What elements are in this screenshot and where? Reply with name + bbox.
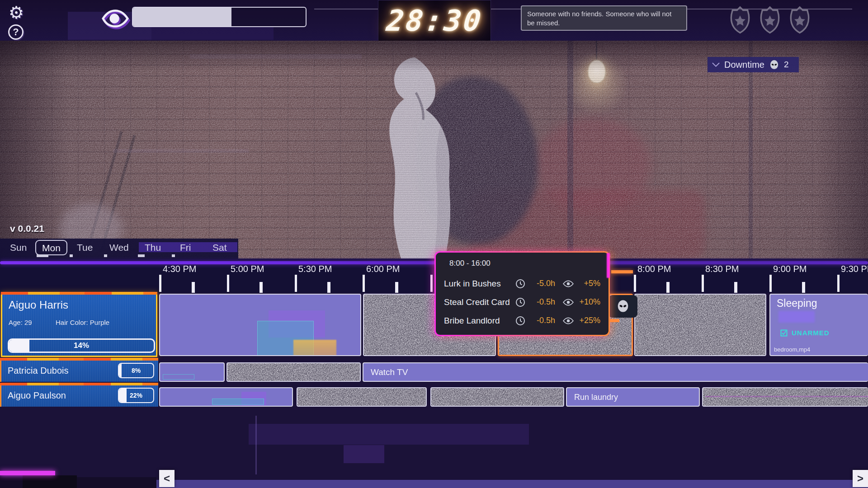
vignette <box>0 41 868 260</box>
character-card-aiguo-harris[interactable]: Aiguo Harris Age: 29 Hair Color: Purple … <box>1 293 157 357</box>
investigation-progress-pill: 22% <box>118 388 154 403</box>
clock-panel: 28:30 <box>378 0 491 42</box>
schedule-block-run-laundry[interactable]: Run laundry <box>566 387 700 407</box>
character-hair: Hair Color: Purple <box>56 319 109 326</box>
progress-label: 22% <box>119 389 153 402</box>
chevron-down-icon <box>712 62 720 67</box>
progress-label: 8% <box>119 364 153 377</box>
police-badge-icon <box>729 3 751 38</box>
tab-day-wed[interactable]: Wed <box>109 239 129 257</box>
downtime-label: Downtime <box>724 60 764 70</box>
popup-option-bribe-landlord[interactable]: Bribe Landlord -0.5h +25% <box>444 311 600 330</box>
character-card-patricia-dubois[interactable]: Patricia Dubois 8% <box>0 360 158 382</box>
eye-icon <box>561 280 575 287</box>
watch-progress-bar <box>132 7 307 27</box>
schedule-block-empty[interactable] <box>159 294 361 356</box>
character-card-aiguo-paulson[interactable]: Aiguo Paulson 22% <box>0 385 158 407</box>
popup-time-range: 8:00 - 16:00 <box>449 259 600 268</box>
time-tick-label: 6:00 PM <box>366 264 400 274</box>
timeline-prev-button[interactable]: < <box>159 470 175 487</box>
glitch-magenta-bar <box>0 471 55 475</box>
activity-label: Watch TV <box>371 367 408 377</box>
tab-day-sat[interactable]: Sat <box>212 239 227 257</box>
time-tick-label: 9:00 PM <box>773 264 807 274</box>
time-tick-label: 4:30 PM <box>163 264 196 274</box>
activity-label: Run laundry <box>574 392 618 402</box>
downtime-count: 2 <box>784 60 789 70</box>
schedule-block-watch-tv[interactable]: Watch TV <box>363 362 868 382</box>
character-name: Aiguo Paulson <box>8 385 66 407</box>
game-screen: ⚙ ? 28:30 Someone with no friends. Someo… <box>0 0 868 488</box>
schedule-block-empty[interactable] <box>159 387 293 407</box>
investigation-progress-bar: 14% <box>8 338 155 353</box>
popup-option-steal-credit-card[interactable]: Steal Credit Card -0.5h +10% <box>444 293 600 311</box>
character-name: Aiguo Harris <box>9 299 68 311</box>
schedule-block-static[interactable] <box>634 294 766 356</box>
schedule-block-empty[interactable] <box>159 362 225 382</box>
day-tab-bar: Sun Mon Tue Wed Thu Fri Sat <box>0 239 238 258</box>
sleeping-title: Sleeping <box>777 297 817 310</box>
settings-gear-icon[interactable]: ⚙ <box>6 3 26 23</box>
character-age: Age: 29 <box>9 319 32 326</box>
time-tick-label: 8:30 PM <box>705 264 739 274</box>
alien-badge <box>609 295 637 318</box>
downtime-dropdown[interactable]: Downtime 2 <box>708 57 799 72</box>
police-badge-icon <box>788 3 811 38</box>
eye-icon <box>101 8 129 29</box>
surveillance-view[interactable]: Downtime 2 v 0.0.21 <box>0 41 868 260</box>
clock-icon <box>514 316 527 326</box>
clock-icon <box>514 297 527 307</box>
character-name: Patricia Dubois <box>8 360 69 382</box>
checkbox-icon <box>780 329 788 337</box>
tab-day-mon[interactable]: Mon <box>35 240 67 255</box>
schedule-block-static[interactable] <box>702 387 868 407</box>
tab-day-fri[interactable]: Fri <box>180 239 191 257</box>
tab-day-tue[interactable]: Tue <box>77 239 93 257</box>
alien-icon <box>769 60 779 70</box>
time-tick-label: 5:00 PM <box>231 264 264 274</box>
watch-progress-fill <box>133 8 231 26</box>
alien-icon <box>616 300 630 313</box>
timeline-ruler[interactable]: 4:30 PM 5:00 PM 5:30 PM 6:00 PM 8:00 PM … <box>0 258 868 293</box>
camera-file-label: bedroom,mp4 <box>774 346 810 353</box>
activity-popup: 8:00 - 16:00 Lurk in Bushes -5.0h +5% St… <box>434 251 610 336</box>
time-tick-label: 8:00 PM <box>637 264 671 274</box>
progress-label: 14% <box>9 340 154 352</box>
unarmed-status: UNARMED <box>780 329 830 337</box>
investigation-progress-pill: 8% <box>118 363 154 378</box>
schedule-block-static[interactable] <box>226 362 361 382</box>
tab-day-sun[interactable]: Sun <box>10 239 27 257</box>
game-clock: 28:30 <box>385 4 484 38</box>
timeline-next-button[interactable]: > <box>853 470 868 487</box>
police-badge-icon <box>759 3 781 38</box>
schedule-block-static[interactable] <box>430 387 564 407</box>
police-badges <box>729 3 811 38</box>
status-message: Someone with no friends. Someone who wil… <box>521 5 687 31</box>
clock-icon <box>514 279 527 289</box>
top-bar: ⚙ ? 28:30 Someone with no friends. Someo… <box>0 0 868 42</box>
schedule-block-sleeping[interactable]: Sleeping UNARMED bedroom,mp4 <box>769 294 868 356</box>
eye-icon <box>561 317 575 324</box>
popup-option-lurk-in-bushes[interactable]: Lurk in Bushes -5.0h +5% <box>444 274 600 293</box>
version-label: v 0.0.21 <box>10 223 44 234</box>
tab-day-thu[interactable]: Thu <box>145 239 161 257</box>
time-tick-label: 9:30 PM <box>841 264 868 274</box>
help-icon[interactable]: ? <box>8 24 24 40</box>
time-tick-label: 5:30 PM <box>298 264 332 274</box>
schedule-block-static[interactable] <box>297 387 427 407</box>
eye-icon <box>561 299 575 306</box>
card-glitch-band <box>1 292 157 295</box>
